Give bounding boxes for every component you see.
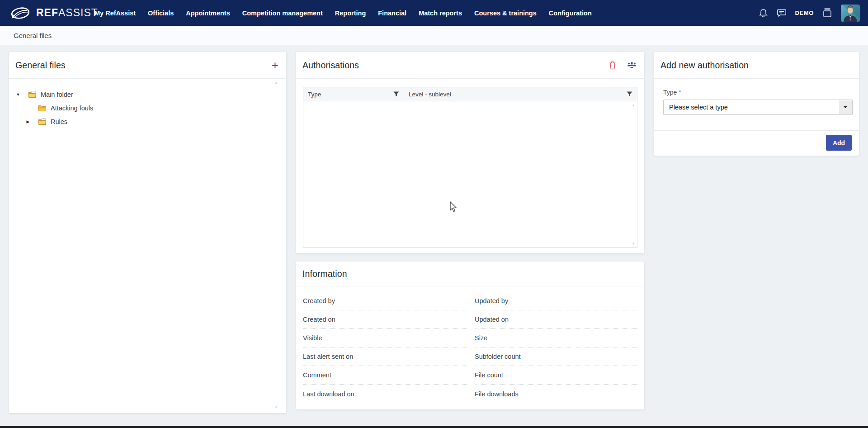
authorisations-title: Authorisations [302, 60, 359, 71]
add-authorisation-panel: Add new authorisation Type * Please sele… [654, 52, 859, 156]
breadcrumb-bar: General files [0, 26, 868, 45]
chevron-down-icon[interactable] [839, 100, 852, 114]
info-row: Last download on File downloads [303, 385, 637, 403]
nav-item-appointments[interactable]: Appointments [186, 10, 230, 17]
information-fields: Created by Updated by Created on Updated… [303, 292, 637, 403]
authorisations-header: Authorisations [296, 52, 644, 79]
nav-item-financial[interactable]: Financial [378, 10, 406, 17]
type-select-placeholder: Please select a type [664, 104, 728, 111]
field-file-count: File count [475, 366, 637, 385]
filter-funnel-icon[interactable] [393, 91, 399, 97]
main-nav: My RefAssist Officials Appointments Comp… [94, 0, 592, 26]
breadcrumb[interactable]: General files [14, 32, 52, 39]
environment-badge: DEMO [795, 10, 814, 16]
brand-name: REFASSIST [36, 7, 98, 19]
general-files-title: General files [15, 60, 66, 71]
top-navbar: REFASSIST My RefAssist Officials Appoint… [0, 0, 868, 26]
field-file-downloads: File downloads [475, 385, 637, 403]
refassist-whistle-icon [10, 6, 31, 20]
field-created-on: Created on [303, 310, 467, 329]
authorisations-table: Type Level - sublevel ▲ ▼ [303, 87, 637, 248]
navbar-right-cluster: DEMO [759, 0, 860, 26]
tree-item-main-folder[interactable]: ▼ Main folder [9, 88, 286, 101]
tree-item-label: Rules [51, 118, 67, 125]
nav-item-configuration[interactable]: Configuration [549, 10, 592, 17]
field-visible: Visible [303, 329, 467, 347]
tree-item-rules[interactable]: ▶ Rules [9, 115, 286, 128]
column-header-level-sublevel[interactable]: Level - sublevel [404, 87, 637, 101]
info-row: Visible Size [303, 329, 637, 347]
tree-scroll-down-hint: ▼ [274, 405, 278, 409]
add-folder-button[interactable]: + [272, 61, 278, 70]
authorisations-table-body[interactable]: ▲ ▼ [303, 101, 637, 247]
info-row: Created by Updated by [303, 292, 637, 310]
field-last-download-on: Last download on [303, 385, 467, 403]
add-authorisation-title: Add new authorisation [660, 60, 749, 71]
information-title: Information [302, 269, 347, 279]
type-select[interactable]: Please select a type [663, 100, 853, 115]
folder-tree: ▼ Main folder Attacking fouls ▶ [9, 79, 286, 413]
form-divider [654, 130, 859, 131]
authorisations-table-header: Type Level - sublevel [303, 87, 637, 101]
general-files-header: General files + [9, 52, 286, 79]
delete-authorisation-trash-icon[interactable] [609, 61, 616, 70]
tree-item-attacking-fouls[interactable]: Attacking fouls [9, 101, 286, 115]
brand-logo[interactable]: REFASSIST [10, 0, 98, 26]
notifications-bell-icon[interactable] [759, 8, 768, 18]
info-row: Created on Updated on [303, 310, 637, 329]
general-files-panel: General files + ▼ Main folder [9, 52, 286, 413]
user-avatar[interactable] [841, 5, 860, 22]
info-row: Last alert sent on Subfolder count [303, 347, 637, 366]
tree-item-label: Main folder [41, 91, 73, 98]
field-last-alert-sent-on: Last alert sent on [303, 347, 467, 366]
field-created-by: Created by [303, 292, 467, 310]
messages-chat-icon[interactable] [777, 8, 787, 18]
nav-item-officials[interactable]: Officials [148, 10, 174, 17]
add-authorisation-header: Add new authorisation [654, 52, 859, 79]
add-button[interactable]: Add [826, 135, 852, 151]
nav-item-my-refassist[interactable]: My RefAssist [94, 10, 136, 17]
column-header-type[interactable]: Type [303, 87, 404, 101]
information-header: Information [296, 262, 644, 286]
field-size: Size [475, 329, 637, 347]
information-panel: Information Created by Updated by Create… [296, 262, 644, 409]
folder-icon [38, 105, 47, 112]
folder-icon [38, 118, 47, 125]
folder-icon [28, 91, 37, 98]
field-updated-on: Updated on [475, 310, 637, 329]
window-bottom-edge [0, 426, 868, 428]
field-subfolder-count: Subfolder count [475, 347, 637, 366]
filter-funnel-icon[interactable] [627, 91, 632, 97]
nav-item-match-reports[interactable]: Match reports [419, 10, 462, 17]
nav-item-reporting[interactable]: Reporting [335, 10, 366, 17]
field-comment: Comment [303, 366, 467, 385]
info-row: Comment File count [303, 366, 637, 385]
nav-item-competition-management[interactable]: Competition management [242, 10, 323, 17]
nav-item-courses-trainings[interactable]: Courses & trainings [474, 10, 537, 17]
calendar-icon[interactable] [822, 8, 832, 18]
caret-collapsed-icon[interactable]: ▶ [26, 119, 30, 124]
table-scroll-down-hint: ▼ [632, 242, 635, 246]
field-updated-by: Updated by [475, 292, 637, 310]
authorisations-panel: Authorisations [296, 52, 644, 253]
table-scroll-up-hint: ▲ [632, 103, 635, 107]
tree-scroll-up-hint: ▲ [274, 81, 278, 85]
type-field-label: Type * [663, 89, 681, 96]
caret-expanded-icon[interactable]: ▼ [16, 92, 20, 97]
tree-item-label: Attacking fouls [51, 105, 93, 112]
manage-users-groups-icon[interactable] [627, 62, 637, 69]
